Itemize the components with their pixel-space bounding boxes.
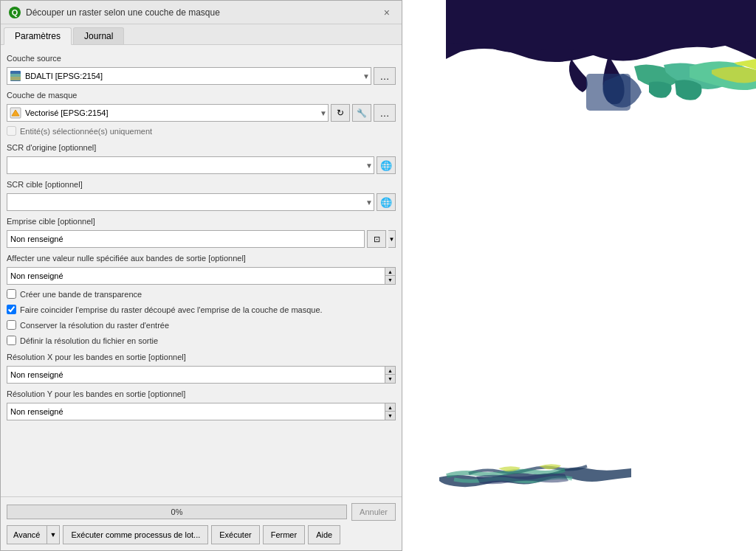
scr-origine-label: SCR d'origine [optionnel] — [7, 143, 396, 152]
avance-button-group: Avancé ▼ — [7, 525, 60, 544]
annuler-button[interactable]: Annuler — [351, 503, 396, 521]
svg-rect-3 — [10, 74, 21, 77]
resolution-x-row: Non renseigné ▲ ▼ — [7, 366, 396, 384]
faire-coincider-checkbox[interactable] — [7, 305, 16, 314]
resolution-y-row: Non renseigné ▲ ▼ — [7, 403, 396, 420]
valeur-nulle-spinbox-arrows: ▲ ▼ — [385, 268, 395, 284]
resolution-x-spinbox-arrows: ▲ ▼ — [385, 367, 395, 383]
executer-lot-button[interactable]: Exécuter comme processus de lot... — [63, 525, 208, 544]
tab-parametres[interactable]: Paramètres — [4, 27, 72, 45]
fermer-button[interactable]: Fermer — [263, 525, 305, 544]
resolution-y-spin-up[interactable]: ▲ — [385, 403, 395, 412]
tab-bar: Paramètres Journal — [1, 24, 402, 45]
definir-resolution-row: Définir la résolution du fichier en sort… — [7, 334, 396, 347]
aide-button[interactable]: Aide — [308, 525, 340, 544]
resolution-x-spin-down[interactable]: ▼ — [385, 375, 395, 383]
dialog-titlebar: Q Découper un raster selon une couche de… — [1, 1, 402, 24]
emprise-label: Emprise cible [optionnel] — [7, 217, 396, 226]
valeur-nulle-input[interactable]: Non renseigné — [7, 267, 396, 285]
avance-button[interactable]: Avancé — [7, 530, 47, 539]
valeur-nulle-spinbox-wrapper: Non renseigné ▲ ▼ — [7, 267, 396, 285]
couche-masque-combo-wrapper: Vectorisé [EPSG:2154] ▼ — [7, 104, 329, 122]
resolution-y-spinbox-wrapper: Non renseigné ▲ ▼ — [7, 403, 396, 420]
couche-masque-label: Couche de masque — [7, 91, 396, 100]
faire-coincider-label: Faire coincider l'emprise du raster déco… — [20, 305, 323, 314]
couche-masque-row: Vectorisé [EPSG:2154] ▼ ↻ 🔧 … — [7, 104, 396, 122]
definir-resolution-label: Définir la résolution du fichier en sort… — [20, 336, 158, 345]
emprise-extent-button[interactable]: ⊡ — [367, 230, 386, 248]
entites-checkbox[interactable] — [7, 126, 16, 136]
couche-masque-wrench-button[interactable]: 🔧 — [352, 104, 371, 122]
globe-icon: 🌐 — [380, 160, 392, 171]
couche-masque-dots-button[interactable]: … — [374, 104, 396, 122]
creer-transparence-row: Créer une bande de transparence — [7, 288, 396, 300]
close-button[interactable]: × — [379, 5, 394, 20]
scr-origine-combo-wrapper: ▼ — [7, 156, 374, 174]
svg-rect-4 — [10, 77, 21, 80]
resolution-y-label: Résolution Y pour les bandes en sortie [… — [7, 389, 396, 398]
resolution-x-input[interactable]: Non renseigné — [7, 366, 396, 384]
bottom-buttons: Avancé ▼ Exécuter comme processus de lot… — [7, 525, 396, 544]
faire-coincider-row: Faire coincider l'emprise du raster déco… — [7, 303, 396, 316]
conserver-resolution-checkbox[interactable] — [7, 320, 16, 330]
scr-origine-row: ▼ 🌐 — [7, 156, 396, 174]
couche-source-select[interactable]: BDALTI [EPSG:2154] — [7, 67, 371, 85]
progress-text: 0% — [171, 507, 183, 516]
couche-masque-select[interactable]: Vectorisé [EPSG:2154] — [7, 104, 329, 122]
resolution-x-label: Résolution X pour les bandes en sortie [… — [7, 353, 396, 361]
extent-icon: ⊡ — [374, 235, 380, 244]
couche-source-combo-wrapper: BDALTI [EPSG:2154] ▼ — [7, 67, 371, 85]
conserver-resolution-label: Conserver la résolution du raster d'entr… — [20, 321, 169, 330]
scr-cible-combo-wrapper: ▼ — [7, 193, 374, 211]
couche-source-label: Couche source — [7, 54, 396, 63]
dialog-title: Découper un raster selon une couche de m… — [26, 7, 220, 18]
valeur-nulle-row: Non renseigné ▲ ▼ — [7, 267, 396, 285]
resolution-x-spin-up[interactable]: ▲ — [385, 367, 395, 375]
couche-source-row: BDALTI [EPSG:2154] ▼ … — [7, 67, 396, 85]
svg-text:Q: Q — [12, 8, 18, 17]
resolution-y-input[interactable]: Non renseigné — [7, 403, 396, 420]
emprise-dropdown-button[interactable]: ▼ — [388, 230, 396, 248]
title-left: Q Découper un raster selon une couche de… — [8, 6, 220, 19]
main-dialog: Q Découper un raster selon une couche de… — [0, 0, 402, 551]
raster-top-visualization — [446, 0, 756, 170]
resolution-y-spinbox-arrows: ▲ ▼ — [385, 403, 395, 420]
globe-icon-2: 🌐 — [380, 197, 392, 208]
scr-cible-select[interactable] — [7, 193, 374, 211]
dialog-content-area: Couche source BDALTI [EPSG:2154] ▼ … Cou… — [1, 45, 402, 496]
emprise-input[interactable]: Non renseigné — [7, 230, 365, 248]
creer-transparence-checkbox[interactable] — [7, 289, 16, 299]
conserver-resolution-row: Conserver la résolution du raster d'entr… — [7, 319, 396, 331]
wrench-icon: 🔧 — [357, 108, 367, 118]
layer-raster-icon — [10, 70, 21, 82]
scr-cible-globe-button[interactable]: 🌐 — [377, 193, 396, 211]
valeur-nulle-spin-down[interactable]: ▼ — [385, 276, 395, 284]
progress-row: 0% Annuler — [7, 503, 396, 521]
raster-bottom-visualization — [425, 418, 631, 521]
layer-vector-icon — [10, 107, 21, 119]
couche-masque-refresh-button[interactable]: ↻ — [331, 104, 350, 122]
couche-source-dots-button[interactable]: … — [374, 67, 396, 85]
entites-row: Entité(s) sélectionnée(s) uniquement — [7, 125, 396, 137]
scr-cible-row: ▼ 🌐 — [7, 193, 396, 211]
valeur-nulle-label: Affecter une valeur nulle spécifiée aux … — [7, 254, 396, 263]
executer-button[interactable]: Exécuter — [211, 525, 259, 544]
progress-bar-wrapper: 0% — [7, 505, 347, 519]
dialog-footer: 0% Annuler Avancé ▼ Exécuter comme proce… — [1, 496, 402, 550]
dropdown-arrow-icon: ▼ — [389, 236, 395, 243]
valeur-nulle-spin-up[interactable]: ▲ — [385, 268, 395, 276]
map-panel — [402, 0, 756, 551]
emprise-row: Non renseigné ⊡ ▼ — [7, 230, 396, 248]
refresh-icon: ↻ — [337, 108, 344, 118]
scr-origine-globe-button[interactable]: 🌐 — [377, 156, 396, 174]
creer-transparence-label: Créer une bande de transparence — [20, 290, 142, 299]
definir-resolution-checkbox[interactable] — [7, 336, 16, 345]
entites-label: Entité(s) sélectionnée(s) uniquement — [20, 127, 152, 136]
avance-dropdown-arrow-icon[interactable]: ▼ — [47, 526, 60, 544]
resolution-y-spin-down[interactable]: ▼ — [385, 412, 395, 420]
map-background — [402, 0, 756, 551]
scr-origine-select[interactable] — [7, 156, 374, 174]
qgis-logo-icon: Q — [8, 6, 21, 19]
scr-cible-label: SCR cible [optionnel] — [7, 180, 396, 189]
tab-journal[interactable]: Journal — [73, 27, 124, 44]
